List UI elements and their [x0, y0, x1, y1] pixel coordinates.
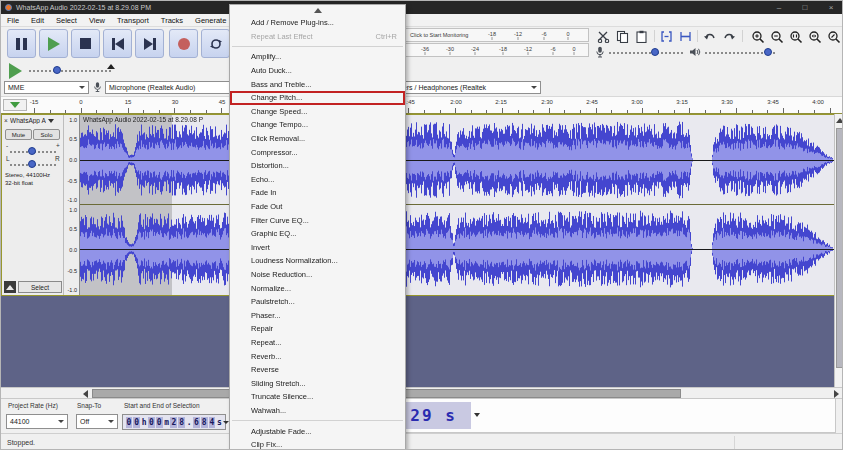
selection-start-time-field[interactable]: 00h00m28.684s: [122, 414, 226, 430]
menubar-item[interactable]: File: [1, 14, 25, 27]
effect-menu-item[interactable]: Normalize...: [230, 281, 405, 295]
effect-menu-item[interactable]: Invert: [230, 241, 405, 255]
time-digit[interactable]: 6: [193, 417, 200, 428]
effect-menu-item[interactable]: Amplify...: [230, 50, 405, 64]
maximize-button[interactable]: □: [792, 1, 818, 14]
effect-menu-item[interactable]: Click Removal...: [230, 132, 405, 146]
gain-slider-thumb[interactable]: [28, 147, 36, 155]
time-digit[interactable]: 0: [126, 417, 133, 428]
zoom-toggle-button[interactable]: [825, 29, 842, 44]
time-digit[interactable]: 0: [148, 417, 155, 428]
effect-menu-item[interactable]: Sliding Stretch...: [230, 376, 405, 390]
collapse-track-button[interactable]: [4, 281, 16, 293]
pause-button[interactable]: [7, 29, 36, 58]
skip-to-start-button[interactable]: [103, 29, 132, 58]
effect-menu-item[interactable]: Adjustable Fade...: [230, 424, 405, 438]
audio-host-select[interactable]: MME: [4, 81, 89, 94]
trim-audio-button[interactable]: [658, 29, 675, 44]
effect-menu-item[interactable]: Noise Reduction...: [230, 268, 405, 282]
zoom-fit-button[interactable]: [806, 29, 823, 44]
undo-button[interactable]: [701, 29, 718, 44]
menu-scroll-up[interactable]: [230, 5, 405, 16]
scroll-left-button[interactable]: [80, 389, 91, 398]
playback-level-control[interactable]: [689, 46, 701, 58]
paste-button[interactable]: [633, 29, 650, 44]
project-rate-select[interactable]: 44100: [6, 414, 68, 429]
menubar-item[interactable]: Tracks: [155, 14, 189, 27]
mute-button[interactable]: Mute: [5, 129, 32, 140]
effect-menu-item[interactable]: Distortion...: [230, 159, 405, 173]
redo-button[interactable]: [720, 29, 737, 44]
time-digit[interactable]: 2: [170, 417, 177, 428]
effect-menu-item[interactable]: Repair: [230, 322, 405, 336]
record-button[interactable]: [169, 29, 198, 58]
stop-button[interactable]: [71, 29, 100, 58]
effect-menu-item[interactable]: Reverse: [230, 363, 405, 377]
timeline-ruler[interactable]: -15 0 15 30 45 1:00 1:15 1:30 1:45 2:00 …: [1, 97, 843, 114]
time-digit[interactable]: .: [186, 417, 193, 428]
playback-meter[interactable]: -36 -30 -24 -18 -12 -6 0: [401, 43, 589, 57]
effect-menu-item[interactable]: Echo...: [230, 173, 405, 187]
selection-end-time-field[interactable]: m 29 s: [369, 398, 836, 433]
time-digit[interactable]: 4: [209, 417, 216, 428]
menubar-item[interactable]: Transport: [111, 14, 155, 27]
track-close-button[interactable]: ×: [2, 117, 10, 124]
cut-button[interactable]: [595, 29, 612, 44]
effect-menu-item[interactable]: Fade In: [230, 186, 405, 200]
time-digit[interactable]: 8: [178, 417, 185, 428]
play-button[interactable]: [39, 29, 68, 58]
effect-menu-item[interactable]: Phaser...: [230, 308, 405, 322]
effect-menu-item[interactable]: Add / Remove Plug-ins...: [230, 16, 405, 30]
minimize-button[interactable]: –: [766, 1, 792, 14]
playback-volume-thumb[interactable]: [764, 48, 772, 56]
effect-menu-item[interactable]: Compressor...: [230, 145, 405, 159]
effect-menu-item[interactable]: Filter Curve EQ...: [230, 213, 405, 227]
effect-menu-item[interactable]: Repeat...: [230, 336, 405, 350]
menubar-item[interactable]: Edit: [25, 14, 50, 27]
recording-volume-slider[interactable]: [609, 52, 683, 54]
time-digit[interactable]: 0: [133, 417, 140, 428]
time-digit[interactable]: h: [141, 417, 148, 428]
effect-menu-item[interactable]: Clip Fix...: [230, 438, 405, 450]
menubar-item[interactable]: Select: [50, 14, 83, 27]
effect-menu-item[interactable]: Change Tempo...: [230, 118, 405, 132]
recording-level-control[interactable]: [595, 46, 605, 58]
snap-to-select[interactable]: Off: [76, 414, 118, 429]
zoom-selection-button[interactable]: [787, 29, 804, 44]
effect-menu-item[interactable]: Bass and Treble...: [230, 77, 405, 91]
time-digit[interactable]: s: [216, 417, 223, 428]
copy-button[interactable]: [614, 29, 631, 44]
recording-meter[interactable]: Click to Start Monitoring -18 -12 -6 0: [401, 28, 589, 42]
vertical-scrollbar-thumb[interactable]: [836, 128, 843, 368]
solo-button[interactable]: Solo: [33, 129, 60, 140]
vertical-scrollbar[interactable]: [834, 114, 843, 387]
close-button[interactable]: ×: [818, 1, 843, 14]
effect-menu-item[interactable]: Truncate Silence...: [230, 390, 405, 404]
timeline-options-button[interactable]: [3, 99, 27, 111]
effect-menu-item[interactable]: Change Pitch...: [230, 91, 405, 105]
effect-menu-item[interactable]: Reverb...: [230, 349, 405, 363]
waveform-display[interactable]: [80, 115, 834, 295]
loop-button[interactable]: [201, 29, 230, 58]
skip-to-end-button[interactable]: [135, 29, 164, 58]
zoom-in-button[interactable]: [749, 29, 766, 44]
play-speed-slider-thumb[interactable]: [53, 66, 61, 74]
menubar-item[interactable]: View: [83, 14, 111, 27]
scroll-right-button[interactable]: [831, 389, 842, 398]
effect-menu-item[interactable]: Loudness Normalization...: [230, 254, 405, 268]
track-name[interactable]: WhatsApp A: [10, 117, 46, 124]
zoom-out-button[interactable]: [768, 29, 785, 44]
effect-menu-item[interactable]: Wahwah...: [230, 404, 405, 418]
effect-menu-item[interactable]: Paulstretch...: [230, 295, 405, 309]
time-digit[interactable]: 0: [156, 417, 163, 428]
track-select-button[interactable]: Select: [18, 281, 62, 293]
recording-volume-thumb[interactable]: [651, 48, 659, 56]
track-menu-chevron-icon[interactable]: [48, 119, 54, 123]
play-at-speed-button[interactable]: [9, 63, 22, 79]
pan-slider-thumb[interactable]: [28, 160, 36, 168]
silence-audio-button[interactable]: [677, 29, 694, 44]
effect-menu-item[interactable]: Change Speed...: [230, 105, 405, 119]
effect-menu-item[interactable]: Graphic EQ...: [230, 227, 405, 241]
effect-menu-item[interactable]: Fade Out: [230, 200, 405, 214]
time-digit[interactable]: 8: [201, 417, 208, 428]
